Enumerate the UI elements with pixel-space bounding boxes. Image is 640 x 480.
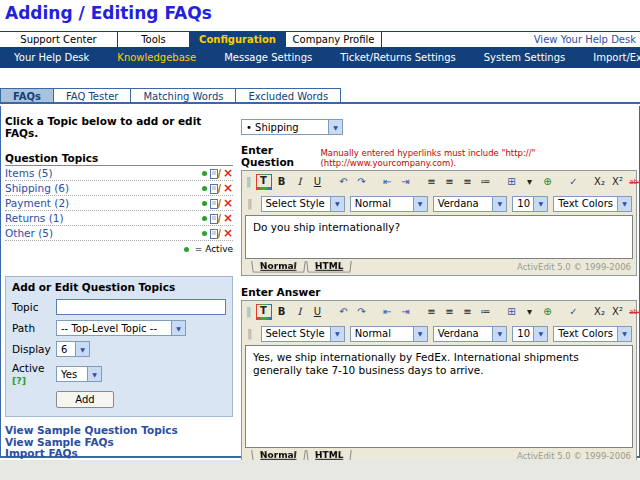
table-menu-arrow[interactable]: ▾ — [522, 174, 538, 190]
align-center-button[interactable]: ≡ — [442, 174, 458, 190]
font-color-icon[interactable]: T — [256, 174, 272, 190]
bold-button[interactable]: B — [274, 304, 290, 320]
font-color-icon[interactable]: T — [256, 304, 272, 320]
topic-link[interactable]: Returns (1) — [5, 212, 202, 224]
style-select[interactable]: Select Style▼ — [261, 326, 345, 342]
delete-topic-icon[interactable]: × — [223, 183, 233, 193]
strikethrough-button[interactable]: abc — [628, 174, 640, 190]
font-size-select[interactable]: 10▼ — [512, 196, 548, 212]
import-faqs-link[interactable]: Import FAQs — [5, 448, 233, 460]
nav-company-profile[interactable]: Company Profile — [286, 32, 382, 47]
subnav-ticket-returns-settings[interactable]: Ticket/Returns Settings — [326, 52, 470, 63]
nav-support-center[interactable]: Support Center — [0, 32, 118, 47]
align-left-button[interactable]: ≡ — [424, 174, 440, 190]
italic-button[interactable]: I — [292, 174, 308, 190]
redo-button[interactable]: ↷ — [354, 304, 370, 320]
active-dot-icon — [184, 247, 189, 252]
align-center-button[interactable]: ≡ — [442, 304, 458, 320]
subnav-your-help-desk[interactable]: Your Help Desk — [0, 52, 103, 63]
text-colors-select[interactable]: Text Colors▼ — [553, 326, 632, 342]
undo-button[interactable]: ↶ — [336, 304, 352, 320]
style-select[interactable]: Select Style▼ — [261, 196, 345, 212]
topic-select[interactable]: • Shipping ▼ — [241, 119, 343, 135]
nav-tools[interactable]: Tools — [118, 32, 190, 47]
path-select[interactable]: -- Top-Level Topic -- ▼ — [56, 320, 186, 336]
font-size-select[interactable]: 10▼ — [512, 326, 548, 342]
bullet-list-button[interactable]: ≔ — [478, 174, 494, 190]
outdent-button[interactable]: ⇤ — [380, 304, 396, 320]
topic-link[interactable]: Items (5) — [5, 167, 202, 179]
spellcheck-button[interactable]: ✓ — [566, 174, 582, 190]
align-left-button[interactable]: ≡ — [424, 304, 440, 320]
active-select[interactable]: Yes ▼ — [56, 366, 102, 382]
tab-faqs[interactable]: FAQs — [1, 89, 54, 102]
undo-button[interactable]: ↶ — [336, 174, 352, 190]
chevron-down-icon: ▼ — [617, 197, 631, 211]
question-content[interactable]: Do you ship internationally? — [245, 215, 633, 259]
align-right-button[interactable]: ≡ — [460, 174, 476, 190]
superscript-button[interactable]: X² — [610, 174, 626, 190]
topic-link[interactable]: Shipping (6) — [5, 182, 202, 194]
delete-topic-icon[interactable]: × — [223, 198, 233, 208]
add-topic-button[interactable]: Add — [56, 391, 114, 408]
underline-button[interactable]: U — [310, 174, 326, 190]
chevron-down-icon: ▼ — [413, 327, 427, 341]
topic-link[interactable]: Other (5) — [5, 227, 202, 239]
chevron-down-icon: ▼ — [171, 321, 185, 335]
html-mode-tab[interactable]: HTML — [306, 261, 352, 272]
insert-table-button[interactable]: ⊞ — [504, 304, 520, 320]
superscript-button[interactable]: X² — [610, 304, 626, 320]
delete-topic-icon[interactable]: × — [223, 168, 233, 178]
normal-mode-tab[interactable]: Normal — [251, 261, 305, 272]
font-select[interactable]: Verdana▼ — [433, 326, 508, 342]
italic-button[interactable]: I — [292, 304, 308, 320]
indent-button[interactable]: ⇥ — [398, 174, 414, 190]
subnav-knowledgebase[interactable]: Knowledgebase — [103, 52, 210, 63]
nav-configuration[interactable]: Configuration — [190, 32, 286, 47]
topic-link[interactable]: Payment (2) — [5, 197, 202, 209]
indent-button[interactable]: ⇥ — [398, 304, 414, 320]
font-select[interactable]: Verdana▼ — [433, 196, 508, 212]
align-right-button[interactable]: ≡ — [460, 304, 476, 320]
view-your-help-desk-link[interactable]: View Your Help Desk — [534, 34, 636, 45]
edit-topic-icon[interactable] — [210, 198, 221, 209]
underline-button[interactable]: U — [310, 304, 326, 320]
toolbar-grip-icon[interactable]: ‖ — [246, 305, 252, 318]
spellcheck-button[interactable]: ✓ — [566, 304, 582, 320]
subnav-import-export[interactable]: Import/Export — [579, 52, 640, 63]
subscript-button[interactable]: X₂ — [592, 304, 608, 320]
tab-matching-words[interactable]: Matching Words — [131, 89, 236, 102]
tab-faq-tester[interactable]: FAQ Tester — [54, 89, 132, 102]
edit-topic-icon[interactable] — [210, 228, 221, 239]
active-help-mark[interactable]: [?] — [12, 375, 26, 386]
topic-input[interactable] — [56, 299, 226, 315]
bold-button[interactable]: B — [274, 174, 290, 190]
insert-table-button[interactable]: ⊞ — [504, 174, 520, 190]
tab-excluded-words[interactable]: Excluded Words — [236, 89, 340, 102]
view-sample-question-topics-link[interactable]: View Sample Question Topics — [5, 425, 233, 437]
format-select[interactable]: Normal▼ — [350, 326, 428, 342]
toolbar-grip-icon[interactable]: ‖ — [247, 327, 253, 340]
strikethrough-button[interactable]: abc — [628, 304, 640, 320]
display-select[interactable]: 6 ▼ — [56, 341, 90, 357]
format-select[interactable]: Normal▼ — [350, 196, 428, 212]
bullet-list-button[interactable]: ≔ — [478, 304, 494, 320]
edit-topic-icon[interactable] — [210, 168, 221, 179]
subnav-system-settings[interactable]: System Settings — [470, 52, 579, 63]
delete-topic-icon[interactable]: × — [223, 213, 233, 223]
toolbar-grip-icon[interactable]: ‖ — [247, 197, 253, 210]
redo-button[interactable]: ↷ — [354, 174, 370, 190]
hyperlink-globe-button[interactable]: ⊕ — [540, 174, 556, 190]
answer-content[interactable]: Yes, we ship internationally by FedEx. I… — [245, 345, 633, 448]
delete-topic-icon[interactable]: × — [223, 228, 233, 238]
edit-topic-icon[interactable] — [210, 213, 221, 224]
text-colors-select[interactable]: Text Colors▼ — [553, 196, 632, 212]
outdent-button[interactable]: ⇤ — [380, 174, 396, 190]
subnav-message-settings[interactable]: Message Settings — [210, 52, 326, 63]
toolbar-grip-icon[interactable]: ‖ — [246, 175, 252, 188]
hyperlink-globe-button[interactable]: ⊕ — [540, 304, 556, 320]
subscript-button[interactable]: X₂ — [592, 174, 608, 190]
edit-topic-icon[interactable] — [210, 183, 221, 194]
table-menu-arrow[interactable]: ▾ — [522, 304, 538, 320]
display-label: Display — [12, 343, 56, 355]
